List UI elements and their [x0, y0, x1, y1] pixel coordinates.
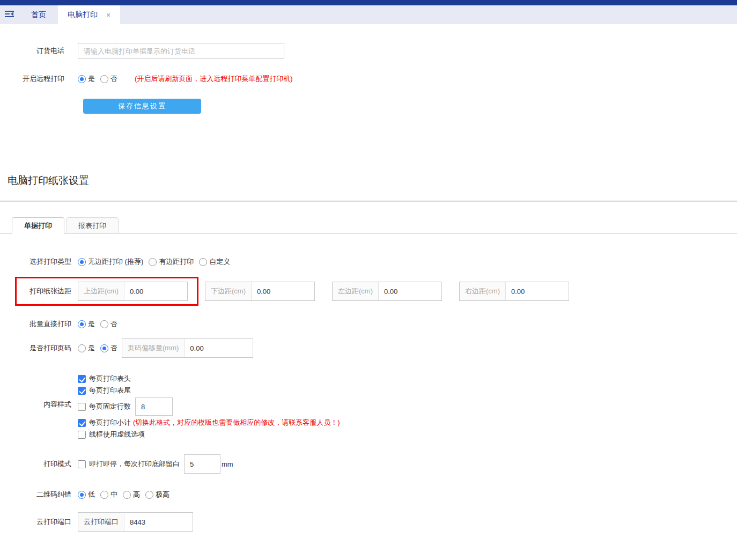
print-subtotal-option[interactable]: 每页打印小计 (切换此格式，对应的模版也需要做相应的修改，请联系客服人员！) [78, 417, 340, 429]
print-type-custom-option[interactable]: 自定义 [199, 257, 230, 267]
batch-print-row: 批量直接打印 是 否 [0, 319, 737, 329]
page-offset-field: 页码偏移量(mm) [122, 338, 253, 358]
cloud-port-input[interactable] [124, 513, 193, 531]
print-subtotal-note: (切换此格式，对应的模版也需要做相应的修改，请联系客服人员！) [133, 418, 340, 428]
window-tab-computer-print[interactable]: 电脑打印 × [58, 5, 120, 24]
checkbox-unchecked-icon[interactable] [78, 431, 86, 439]
print-stop-option[interactable]: 即打即停，每次打印底部留白 [78, 459, 180, 469]
print-stop-label: 即打即停，每次打印底部留白 [89, 459, 180, 469]
margin-bottom-field: 下边距(cm) [205, 282, 315, 301]
radio-checked-icon[interactable] [78, 320, 86, 328]
page-number-yes-option[interactable]: 是 [78, 343, 95, 353]
batch-print-yes-option[interactable]: 是 [78, 319, 95, 329]
margin-field-groups: 上边距(cm) 下边距(cm) 左边距(cm) 右边距(cm) [78, 282, 569, 301]
save-settings-button[interactable]: 保存信息设置 [83, 99, 201, 114]
print-type-bordered-option[interactable]: 有边距打印 [149, 257, 194, 267]
tab-document-print[interactable]: 单据打印 [12, 217, 64, 234]
close-tab-icon[interactable]: × [106, 11, 110, 19]
window-tab-home-label: 首页 [31, 10, 46, 20]
cloud-port-row: 云打印端口 云打印端口 [0, 512, 737, 532]
window-tab-bar: 首页 电脑打印 × [0, 5, 737, 24]
margin-left-field: 左边距(cm) [332, 282, 442, 301]
margin-top-field-label: 上边距(cm) [78, 282, 124, 300]
remote-print-yes-option[interactable]: 是 [78, 74, 95, 84]
paper-settings-tab-strip: 单据打印 报表打印 [0, 217, 737, 234]
print-type-borderless-option[interactable]: 无边距打印 (推荐) [78, 257, 143, 267]
page-number-label: 是否打印页码 [0, 343, 71, 353]
checkbox-checked-icon[interactable] [78, 375, 86, 383]
print-subtotal-label: 每页打印小计 [89, 418, 131, 428]
order-phone-input[interactable] [78, 43, 284, 59]
radio-unchecked-icon[interactable] [78, 344, 86, 352]
fixed-rows-label: 每页固定行数 [89, 402, 131, 411]
print-type-bordered-label: 有边距打印 [159, 257, 194, 267]
dashed-border-label: 线框使用虚线选项 [89, 430, 145, 439]
print-type-borderless-label: 无边距打印 (推荐) [88, 257, 143, 267]
margin-left-field-label: 左边距(cm) [333, 282, 379, 300]
qr-high-label: 高 [133, 490, 140, 499]
content-style-label: 内容样式 [0, 373, 71, 440]
qr-correction-row: 二维码纠错 低 中 高 极高 [0, 490, 737, 499]
radio-checked-icon[interactable] [78, 75, 86, 83]
page-content: 订货电话 开启远程打印 是 否 (开启后请刷新页面，进入远程打印菜单配置打印机)… [0, 43, 737, 532]
tab-report-print[interactable]: 报表打印 [66, 217, 119, 234]
print-header-option[interactable]: 每页打印表头 [78, 373, 340, 385]
print-footer-option[interactable]: 每页打印表尾 [78, 385, 340, 396]
remote-print-note: (开启后请刷新页面，进入远程打印菜单配置打印机) [135, 74, 293, 84]
page-offset-input[interactable] [185, 339, 253, 357]
checkbox-unchecked-icon[interactable] [78, 460, 86, 468]
remote-print-label: 开启远程打印 [0, 74, 64, 84]
order-phone-row: 订货电话 [0, 43, 737, 59]
page-offset-field-label: 页码偏移量(mm) [122, 339, 185, 357]
cloud-port-label: 云打印端口 [0, 517, 71, 527]
window-tab-home[interactable]: 首页 [19, 5, 58, 24]
qr-medium-option[interactable]: 中 [100, 490, 117, 499]
radio-checked-icon[interactable] [78, 491, 86, 499]
radio-unchecked-icon[interactable] [100, 320, 108, 328]
collapse-sidebar-button[interactable] [0, 5, 19, 24]
remote-print-no-option[interactable]: 否 [100, 74, 117, 84]
radio-unchecked-icon[interactable] [145, 491, 153, 499]
content-style-options: 每页打印表头 每页打印表尾 每页固定行数 每页打印小计 (切换此格式，对应的模版… [78, 373, 340, 440]
qr-very-high-option[interactable]: 极高 [145, 490, 169, 499]
qr-high-option[interactable]: 高 [123, 490, 140, 499]
checkbox-checked-icon[interactable] [78, 419, 86, 427]
radio-checked-icon[interactable] [100, 344, 108, 352]
remote-print-row: 开启远程打印 是 否 (开启后请刷新页面，进入远程打印菜单配置打印机) [0, 74, 737, 84]
paper-margins-row: 打印纸张边距 上边距(cm) 下边距(cm) 左边距(cm) 右边距(cm) [0, 282, 737, 301]
margin-top-input[interactable] [124, 282, 187, 300]
radio-unchecked-icon[interactable] [123, 491, 131, 499]
document-print-form: 选择打印类型 无边距打印 (推荐) 有边距打印 自定义 打印纸张边距 上边距(c… [0, 257, 737, 532]
fixed-rows-input[interactable] [135, 397, 173, 416]
page-number-no-option[interactable]: 否 [100, 343, 117, 353]
radio-checked-icon[interactable] [78, 258, 86, 266]
radio-unchecked-icon[interactable] [149, 258, 157, 266]
qr-correction-label: 二维码纠错 [0, 490, 71, 499]
page-number-no-label: 否 [110, 343, 117, 353]
dashed-border-option[interactable]: 线框使用虚线选项 [78, 429, 340, 440]
cloud-port-field: 云打印端口 [78, 512, 193, 532]
margin-top-field: 上边距(cm) [78, 282, 188, 301]
batch-print-yes-label: 是 [88, 319, 95, 329]
margin-bottom-input[interactable] [252, 282, 314, 300]
fixed-rows-option[interactable]: 每页固定行数 [78, 396, 340, 417]
content-style-row: 内容样式 每页打印表头 每页打印表尾 每页固定行数 每页打印小计 [0, 373, 737, 440]
margin-bottom-field-label: 下边距(cm) [205, 282, 252, 300]
radio-unchecked-icon[interactable] [199, 258, 207, 266]
margin-right-input[interactable] [506, 282, 569, 300]
batch-print-label: 批量直接打印 [0, 319, 71, 329]
bottom-blank-input[interactable] [184, 454, 220, 474]
paper-margins-label: 打印纸张边距 [0, 286, 71, 296]
radio-unchecked-icon[interactable] [100, 491, 108, 499]
cloud-port-field-label: 云打印端口 [78, 513, 124, 531]
radio-unchecked-icon[interactable] [100, 75, 108, 83]
checkbox-checked-icon[interactable] [78, 387, 86, 395]
print-type-custom-label: 自定义 [209, 257, 230, 267]
print-header-label: 每页打印表头 [89, 374, 131, 384]
batch-print-no-option[interactable]: 否 [100, 319, 117, 329]
checkbox-unchecked-icon[interactable] [78, 403, 86, 411]
margin-right-field: 右边距(cm) [459, 282, 569, 301]
qr-low-option[interactable]: 低 [78, 490, 95, 499]
margin-left-input[interactable] [379, 282, 441, 300]
qr-medium-label: 中 [110, 490, 117, 499]
